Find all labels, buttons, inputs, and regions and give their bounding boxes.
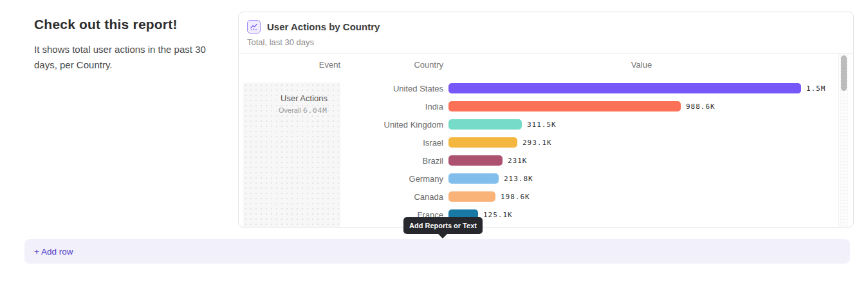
value-label: 231K [508, 157, 528, 165]
value-bar[interactable] [448, 191, 495, 202]
value-label: 311.5K [527, 121, 557, 129]
value-bar[interactable] [448, 119, 522, 130]
bar-row: Israel 293.1K [239, 133, 838, 151]
country-label: Brazil [239, 156, 443, 166]
value-bar[interactable] [448, 155, 503, 166]
value-label: 125.1K [483, 211, 513, 219]
bar-chart: Event Country Value User Actions Overall… [239, 53, 853, 227]
intro-body: It shows total user actions in the past … [34, 42, 227, 73]
report-card-header: User Actions by Country Total, last 30 d… [239, 12, 853, 53]
bar-row: United States 1.5M [239, 79, 838, 97]
text-tile[interactable]: Check out this report! It shows total us… [34, 17, 227, 73]
value-bar[interactable] [448, 173, 499, 184]
value-bar[interactable] [448, 101, 681, 111]
report-title: User Actions by Country [267, 21, 380, 32]
country-label: United Kingdom [239, 120, 443, 130]
intro-heading: Check out this report! [34, 17, 227, 32]
add-row-button[interactable]: + Add row [24, 239, 850, 264]
bar-row: Germany 213.8K [239, 170, 838, 188]
bar-row: United Kingdom 311.5K [239, 115, 838, 133]
country-label: Germany [239, 174, 443, 184]
value-bar[interactable] [448, 83, 801, 93]
report-card[interactable]: User Actions by Country Total, last 30 d… [238, 12, 854, 228]
bar-row: India 988.6K [239, 97, 838, 115]
column-header-country: Country [340, 60, 443, 70]
scrollbar-track[interactable] [838, 53, 848, 227]
country-label: Canada [239, 192, 443, 202]
report-subtitle: Total, last 30 days [247, 37, 844, 47]
column-header-event: Event [243, 60, 340, 70]
board-canvas: Check out this report! It shows total us… [0, 0, 868, 281]
bar-row: Canada 198.6K [239, 188, 838, 206]
value-label: 198.6K [501, 193, 530, 201]
tooltip-text: Add Reports or Text [409, 222, 477, 229]
add-row-label: + Add row [34, 247, 73, 257]
value-label: 1.5M [806, 84, 826, 93]
country-label: India [239, 102, 443, 111]
bar-row: Brazil 231K [239, 151, 838, 170]
country-label: Israel [239, 138, 443, 148]
column-header-value: Value [448, 60, 835, 70]
scrollbar-thumb[interactable] [841, 55, 847, 91]
value-label: 988.6K [686, 102, 716, 111]
country-label: United States [239, 84, 443, 93]
value-label: 293.1K [522, 139, 552, 147]
value-label: 213.8K [504, 175, 533, 183]
bar-row: France 125.1K [239, 206, 838, 224]
tooltip-arrow-icon [438, 234, 447, 238]
value-bar[interactable] [448, 137, 517, 148]
bar-rows: United States 1.5M India 988.6K United K… [239, 79, 838, 224]
add-reports-tooltip: Add Reports or Text [403, 217, 483, 234]
line-chart-icon [247, 20, 261, 34]
